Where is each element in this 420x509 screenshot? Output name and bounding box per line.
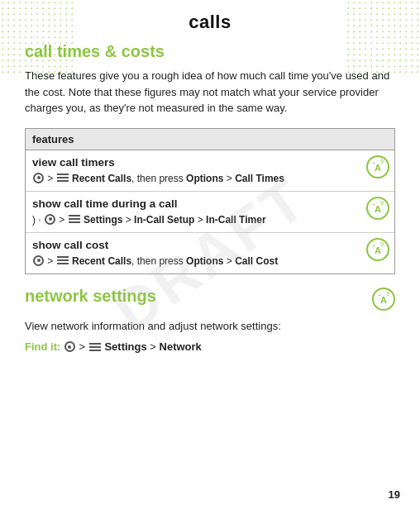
phone-dot-icon-2 <box>45 214 55 225</box>
corner-decoration-top-left <box>0 0 74 74</box>
network-section: network settings A + 9 View network info… <box>25 286 395 355</box>
menu-grid-icon <box>57 173 69 183</box>
settings-label: Settings > In-Call Setup > In-Call Timer <box>84 214 266 226</box>
features-table: features view call timers > Recent Calls… <box>25 128 395 274</box>
menu-grid-icon-3 <box>57 255 69 265</box>
svg-text:+: + <box>372 202 375 207</box>
feature-instruction-view-call-timers: > Recent Calls, then press Options > Cal… <box>32 171 388 186</box>
feature-title-show-call-cost: show call cost <box>32 239 388 251</box>
call-cost-label: Recent Calls, then press Options > Call … <box>72 255 278 267</box>
call-times-heading: call times & costs <box>25 41 395 61</box>
arrow-1: > <box>47 173 55 184</box>
arrow-3: > <box>47 255 55 267</box>
network-settings-heading: network settings <box>25 286 365 306</box>
find-it-grid-icon <box>89 342 101 352</box>
arrow-2: > <box>59 214 67 226</box>
badge-icon-2: A + 9 <box>366 197 389 220</box>
svg-text:9: 9 <box>380 241 384 247</box>
table-row: show call time during a call ) · > Setti… <box>26 192 394 233</box>
find-it-line: Find it: > Settings > Network <box>25 339 395 355</box>
network-heading-row: network settings A + 9 <box>25 286 395 313</box>
svg-text:9: 9 <box>386 291 389 297</box>
corner-decoration-top-right <box>346 0 420 74</box>
network-intro: View network information and adjust netw… <box>25 318 395 335</box>
find-it-instructions: Settings > Network <box>104 340 201 353</box>
svg-text:+: + <box>372 243 375 249</box>
features-table-header: features <box>26 129 394 150</box>
find-it-label: Find it: <box>25 340 60 353</box>
table-row: view call timers > Recent Calls, then pr… <box>26 150 394 192</box>
phone-dot-icon <box>33 173 44 183</box>
table-row: show call cost > Recent Calls, then pres… <box>26 233 394 274</box>
call-times-intro: These features give you a rough idea of … <box>25 68 395 117</box>
feature-instruction-show-call-cost: > Recent Calls, then press Options > Cal… <box>32 254 388 269</box>
find-it-dot-icon <box>64 341 75 352</box>
page-number: 19 <box>389 488 400 501</box>
menu-grid-icon-2 <box>69 214 80 224</box>
svg-text:9: 9 <box>380 200 384 206</box>
recent-calls-label: Recent Calls, then press Options > Call … <box>72 173 284 184</box>
phone-dot-icon-3 <box>33 255 44 266</box>
feature-title-show-call-time: show call time during a call <box>32 197 388 210</box>
main-content: call times & costs These features give y… <box>0 41 420 355</box>
feature-instruction-show-call-time: ) · > Settings > In-Call Setup > In-Call… <box>32 212 388 227</box>
badge-icon-1: A + 9 <box>366 155 389 178</box>
badge-icon-3: A + 9 <box>366 238 389 261</box>
find-it-arrow: > <box>79 340 88 353</box>
svg-text:9: 9 <box>380 159 384 164</box>
svg-text:+: + <box>378 293 381 298</box>
feature-title-view-call-timers: view call timers <box>32 156 388 169</box>
network-badge-icon: A + 9 <box>372 288 395 313</box>
svg-text:+: + <box>372 160 375 166</box>
paren-text: ) · <box>32 214 41 226</box>
